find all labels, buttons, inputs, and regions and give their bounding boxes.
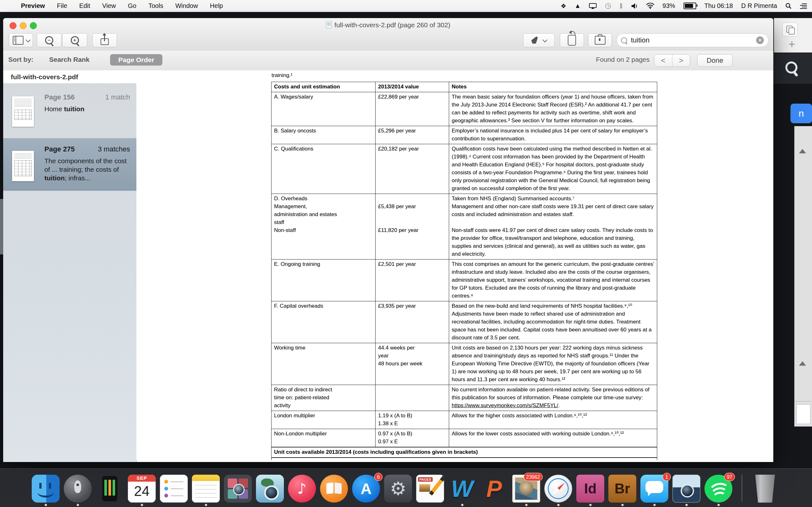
- desktop: Preview File Edit View Go Tools Window H…: [0, 0, 812, 507]
- col-header-value: 2013/2014 value: [375, 82, 449, 92]
- google-drive-icon[interactable]: ▲: [574, 0, 581, 12]
- menu-clock[interactable]: Thu 06:18: [705, 2, 733, 9]
- done-button[interactable]: Done: [697, 54, 733, 67]
- pdf-document-icon: [326, 21, 332, 28]
- dock-calendar-icon[interactable]: SEP24: [128, 475, 156, 507]
- app-store-badge: 6: [374, 473, 383, 481]
- chevron-down-icon: [542, 38, 548, 43]
- menu-tools[interactable]: Tools: [148, 2, 163, 9]
- clear-search-icon[interactable]: ✕: [756, 37, 764, 44]
- menu-go[interactable]: Go: [128, 2, 136, 9]
- search-input[interactable]: [630, 36, 756, 45]
- rotate-left-icon: [568, 35, 576, 46]
- search-field[interactable]: ✕: [616, 33, 768, 47]
- zoom-out-icon: –: [45, 36, 53, 44]
- unit-costs-table: Costs and unit estimation 2013/2014 valu…: [271, 82, 657, 460]
- dropbox-icon[interactable]: ❖: [560, 0, 566, 12]
- table-row: F. Capital overheads £3,935 per year Bas…: [271, 301, 657, 343]
- airplay-icon[interactable]: [589, 0, 597, 12]
- background-search-panel: [773, 53, 812, 83]
- search-results-sidebar: full-with-covers-2.pdf Page 156 1 match …: [3, 70, 137, 462]
- sidebar-icon: [13, 36, 23, 45]
- background-window-edge-left: [0, 199, 3, 255]
- search-result-page-275[interactable]: Page 275 3 matches The components of the…: [3, 138, 136, 191]
- table-footer-heading-row: Unit costs available 2013/2014 (costs in…: [271, 447, 657, 458]
- zoom-out-button[interactable]: –: [37, 33, 61, 47]
- battery-icon: [683, 3, 696, 9]
- zoom-in-button[interactable]: +: [62, 33, 87, 47]
- dock-finder-icon[interactable]: [32, 475, 60, 507]
- sort-by-label: Sort by:: [8, 56, 33, 63]
- table-row: C. Qualifications £20,182 per year Quali…: [271, 144, 657, 194]
- dock-system-preferences-icon[interactable]: ⚙: [384, 475, 412, 507]
- dock-trash-icon[interactable]: [751, 475, 779, 507]
- menu-app-name[interactable]: Preview: [21, 2, 45, 9]
- dock-notes-icon[interactable]: [192, 475, 220, 507]
- markup-button[interactable]: [523, 33, 555, 47]
- match-stepper: < >: [654, 54, 690, 67]
- search-term-highlight: tuition: [44, 174, 65, 181]
- sidebar-toggle-button[interactable]: [9, 33, 33, 47]
- col-header-notes: Notes: [449, 82, 657, 92]
- dock-messages-icon[interactable]: 1: [641, 475, 668, 507]
- share-button[interactable]: [92, 33, 117, 47]
- rotate-button[interactable]: [560, 33, 584, 47]
- result-snippet: Home tuition: [44, 105, 132, 113]
- battery-percent: 93%: [663, 2, 675, 9]
- background-box: [797, 404, 810, 424]
- dock-app-store-icon[interactable]: A6: [352, 475, 380, 507]
- scroll-up-icon: [799, 361, 806, 366]
- table-row: B. Salary oncosts £5,296 per year Employ…: [271, 126, 657, 144]
- dock-photos-icon[interactable]: [672, 475, 700, 507]
- menu-help[interactable]: Help: [210, 2, 223, 9]
- menu-file[interactable]: File: [57, 2, 67, 9]
- dock-reminders-icon[interactable]: [160, 475, 188, 507]
- previous-match-button[interactable]: <: [654, 55, 672, 66]
- dock-mail-icon[interactable]: 23962: [512, 475, 540, 507]
- dock-indesign-icon[interactable]: Id: [576, 475, 604, 507]
- markup-toolbar-button[interactable]: [588, 33, 612, 47]
- markup-pen-icon: [530, 35, 540, 45]
- result-match-count: 1 match: [105, 93, 130, 101]
- dock-spotify-icon[interactable]: 97: [705, 475, 732, 507]
- volume-icon[interactable]: [631, 0, 638, 12]
- next-match-button[interactable]: >: [672, 55, 690, 66]
- dock-ibooks-icon[interactable]: [320, 475, 348, 507]
- search-result-page-156[interactable]: Page 156 1 match Home tuition: [3, 83, 136, 138]
- notification-center-icon[interactable]: [800, 0, 807, 12]
- dock-launchpad-icon[interactable]: [64, 475, 92, 507]
- time-machine-icon[interactable]: [605, 0, 611, 12]
- spotlight-icon[interactable]: [785, 0, 792, 12]
- dock-itunes-icon[interactable]: ♪: [288, 475, 316, 507]
- dock-word-icon[interactable]: W: [448, 475, 476, 507]
- sort-search-rank[interactable]: Search Rank: [49, 56, 90, 63]
- menu-window[interactable]: Window: [175, 2, 198, 9]
- dock-iphone-device-icon[interactable]: [96, 475, 124, 507]
- survey-link[interactable]: https://www.surveymonkey.com/s/SZMF5YL/: [452, 402, 558, 408]
- menu-view[interactable]: View: [102, 2, 116, 9]
- sort-page-order[interactable]: Page Order: [110, 54, 162, 66]
- wifi-icon[interactable]: [646, 0, 654, 12]
- copy-icon: [782, 22, 798, 37]
- mail-badge: 23962: [524, 473, 543, 481]
- dock-pages-icon[interactable]: PAGES: [416, 475, 444, 507]
- dock-bridge-icon[interactable]: Br: [608, 475, 636, 507]
- table-row: London multiplier 1.19 x (A to B) 1.38 x…: [271, 411, 657, 429]
- result-snippet: The components of the cost of ... traini…: [44, 157, 132, 182]
- zoom-in-icon: +: [71, 36, 79, 44]
- col-header-costs: Costs and unit estimation: [271, 82, 375, 92]
- dock-powerpoint-icon[interactable]: P: [480, 475, 508, 507]
- scroll-up-icon: [799, 149, 806, 153]
- result-page-number: Page 156: [44, 93, 74, 101]
- dock-iphoto-icon[interactable]: [256, 475, 284, 507]
- dock-photo-booth-icon[interactable]: [224, 475, 252, 507]
- pdf-intro-text: training.¹: [271, 72, 658, 79]
- table-row: Working time 44.4 weeks per year 48 hour…: [271, 343, 657, 385]
- table-row: D. Overheads Management, administration …: [271, 194, 657, 260]
- user-menu[interactable]: D R Pimenta: [741, 2, 777, 9]
- bluetooth-icon[interactable]: ᛒ: [619, 0, 623, 12]
- dock-safari-icon[interactable]: [544, 475, 572, 507]
- pdf-page-view[interactable]: training.¹ Costs and unit estimation 201…: [136, 70, 773, 460]
- chevron-down-icon: [26, 38, 31, 43]
- menu-edit[interactable]: Edit: [79, 2, 90, 9]
